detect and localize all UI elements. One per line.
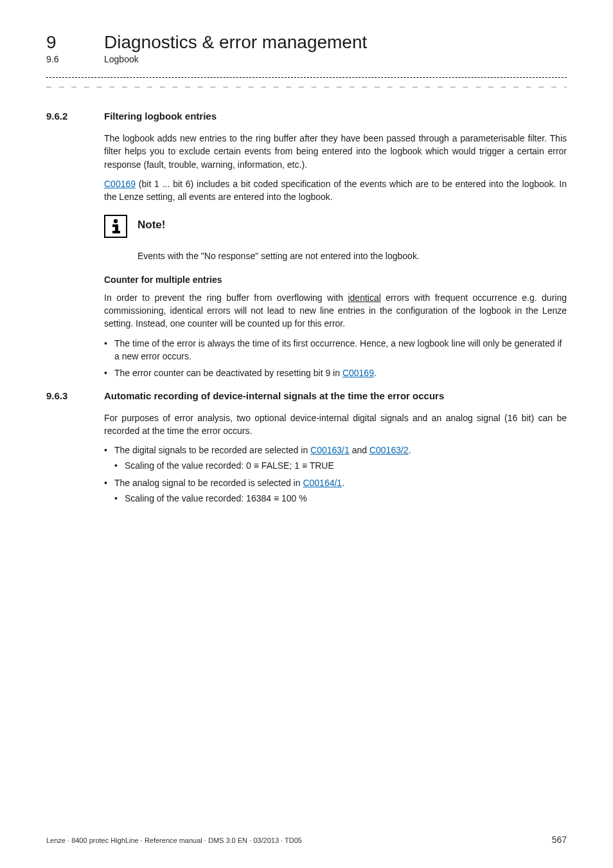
- subsection-title: Filtering logbook entries: [104, 111, 217, 122]
- page-footer: Lenze · 8400 protec HighLine · Reference…: [46, 835, 567, 845]
- underlined-text: identical: [348, 293, 380, 303]
- subsection-number: 9.6.3: [46, 390, 104, 401]
- note-title: Note!: [138, 215, 165, 231]
- bullet-sublist: Scaling of the value recorded: 16384 ≡ 1…: [114, 492, 567, 505]
- note-text: Events with the "No response" setting ar…: [138, 249, 567, 262]
- list-item: Scaling of the value recorded: 0 ≡ FALSE…: [114, 459, 567, 472]
- body-paragraph: In order to prevent the ring buffer from…: [104, 291, 567, 330]
- chapter-number: 9: [46, 32, 104, 53]
- link-c00169[interactable]: C00169: [104, 179, 136, 189]
- chapter-title: Diagnostics & error management: [104, 32, 367, 53]
- list-text: The digital signals to be recorded are s…: [114, 445, 310, 455]
- body-paragraph: The logbook adds new entries to the ring…: [104, 132, 567, 171]
- bullet-list: The digital signals to be recorded are s…: [104, 444, 567, 505]
- list-text: The time of the error is always the time…: [114, 338, 562, 361]
- list-text: and: [350, 445, 369, 455]
- bullet-list: The time of the error is always the time…: [104, 337, 567, 380]
- note-box: Note!: [104, 215, 567, 238]
- counter-heading: Counter for multiple entries: [104, 275, 567, 285]
- body-text: (bit 1 ... bit 6) includes a bit coded s…: [104, 179, 567, 202]
- section-title: Logbook: [104, 54, 139, 64]
- list-text: .: [409, 445, 411, 455]
- subsection-9-6-2-header: 9.6.2 Filtering logbook entries: [46, 111, 567, 122]
- list-text: .: [374, 368, 377, 378]
- link-c00163-1[interactable]: C00163/1: [310, 445, 350, 455]
- body-paragraph: For purposes of error analysis, two opti…: [104, 411, 567, 438]
- body-text: In order to prevent the ring buffer from…: [104, 293, 348, 303]
- section-number: 9.6: [46, 54, 104, 64]
- divider: _ _ _ _ _ _ _ _ _ _ _ _ _ _ _ _ _ _ _ _ …: [46, 77, 567, 87]
- subsection-title: Automatic recording of device-internal s…: [104, 390, 444, 401]
- svg-point-0: [114, 219, 118, 223]
- list-text: The analog signal to be recorded is sele…: [114, 478, 303, 488]
- svg-rect-3: [112, 231, 120, 233]
- footer-text: Lenze · 8400 protec HighLine · Reference…: [46, 836, 302, 844]
- list-item: The digital signals to be recorded are s…: [104, 444, 567, 473]
- list-item: Scaling of the value recorded: 16384 ≡ 1…: [114, 492, 567, 505]
- list-text: The error counter can be deactivated by …: [114, 368, 342, 378]
- chapter-header: 9 Diagnostics & error management: [46, 32, 567, 53]
- subsection-number: 9.6.2: [46, 111, 104, 122]
- page-number: 567: [552, 835, 567, 845]
- list-text: Scaling of the value recorded: 16384 ≡ 1…: [125, 493, 307, 503]
- list-text: Scaling of the value recorded: 0 ≡ FALSE…: [125, 460, 334, 471]
- body-paragraph: C00169 (bit 1 ... bit 6) includes a bit …: [104, 177, 567, 204]
- list-item: The error counter can be deactivated by …: [104, 366, 567, 379]
- section-header: 9.6 Logbook: [46, 54, 567, 64]
- subsection-9-6-3-header: 9.6.3 Automatic recording of device-inte…: [46, 390, 567, 401]
- link-c00164-1[interactable]: C00164/1: [303, 478, 342, 488]
- list-item: The time of the error is always the time…: [104, 337, 567, 363]
- list-text: .: [342, 478, 344, 488]
- link-c00169[interactable]: C00169: [342, 368, 374, 378]
- bullet-sublist: Scaling of the value recorded: 0 ≡ FALSE…: [114, 459, 567, 472]
- info-icon: [104, 215, 127, 238]
- list-item: The analog signal to be recorded is sele…: [104, 476, 567, 505]
- link-c00163-2[interactable]: C00163/2: [369, 445, 409, 455]
